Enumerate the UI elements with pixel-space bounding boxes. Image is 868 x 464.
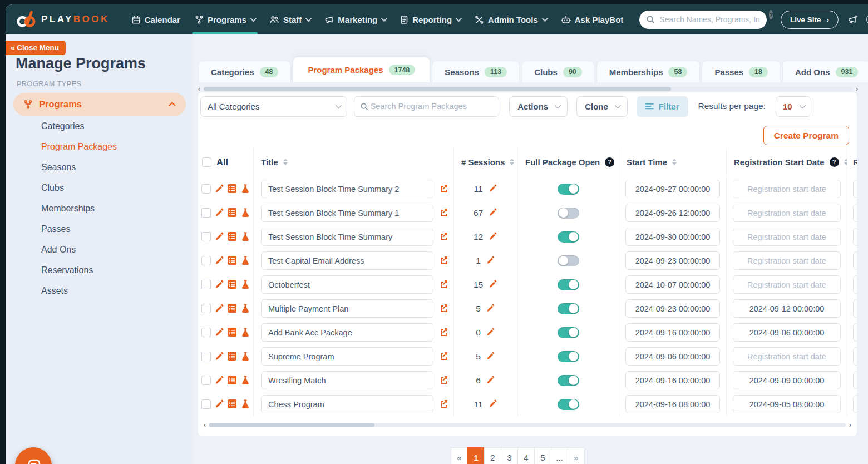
edit-pencil-icon[interactable] xyxy=(487,279,498,290)
sidebar-sub-item[interactable]: Passes xyxy=(6,220,194,239)
sidebar-item-programs[interactable]: Programs xyxy=(13,93,186,116)
page-button[interactable]: ... xyxy=(551,447,568,464)
edit-pencil-icon[interactable] xyxy=(487,208,498,218)
row-checkbox[interactable] xyxy=(201,352,211,361)
tab[interactable]: Seasons 113 xyxy=(432,61,520,82)
external-link-icon[interactable] xyxy=(438,375,449,386)
external-link-icon[interactable] xyxy=(438,208,449,218)
row-checkbox[interactable] xyxy=(201,280,211,289)
results-per-page-select[interactable]: 10 xyxy=(776,96,811,117)
flask-icon[interactable] xyxy=(240,255,251,266)
start-time-input[interactable]: 2024-10-07 00:00:00 xyxy=(625,275,720,294)
tab[interactable]: Memberships 58 xyxy=(596,61,701,82)
sidebar-sub-item[interactable]: Program Packages xyxy=(6,137,194,157)
registration-start-date-input[interactable]: 2024-09-09 00:00:00 xyxy=(733,371,841,389)
row-checkbox[interactable] xyxy=(201,328,211,337)
sidebar-sub-item[interactable]: Categories xyxy=(6,117,194,136)
filter-button[interactable]: Filter xyxy=(637,96,688,117)
registration-end-date-input[interactable]: R xyxy=(853,228,857,246)
category-filter-select[interactable]: All Categories xyxy=(200,96,347,117)
external-link-icon[interactable] xyxy=(438,255,449,266)
start-time-input[interactable]: 2024-09-27 00:00:00 xyxy=(625,180,720,198)
sidebar-sub-item[interactable]: Memberships xyxy=(6,199,194,219)
registration-start-date-input[interactable]: 2024-09-12 00:00:00 xyxy=(733,299,841,318)
live-site-button[interactable]: Live Site › xyxy=(781,11,839,29)
title-input[interactable]: Supreme Program xyxy=(261,347,433,366)
external-link-icon[interactable] xyxy=(438,231,449,242)
scroll-left-icon[interactable]: ‹ xyxy=(204,422,206,428)
sidebar-sub-item[interactable]: Clubs xyxy=(6,179,194,198)
registration-start-date-input[interactable]: Registration start date xyxy=(733,251,841,270)
details-list-icon[interactable] xyxy=(227,375,238,386)
start-time-input[interactable]: 2024-09-23 00:00:00 xyxy=(625,251,720,270)
start-time-input[interactable]: 2024-09-16 08:00:00 xyxy=(625,395,720,413)
registration-end-date-input[interactable]: R xyxy=(853,204,857,222)
clone-dropdown-button[interactable]: Clone xyxy=(576,96,628,117)
edit-pencil-icon[interactable] xyxy=(214,279,224,290)
sidebar-sub-item[interactable]: Assets xyxy=(6,282,194,301)
external-link-icon[interactable] xyxy=(438,351,449,362)
row-checkbox[interactable] xyxy=(201,256,211,265)
flask-icon[interactable] xyxy=(240,303,251,314)
title-input[interactable]: Test Session Block Time Summary xyxy=(261,228,433,246)
tab[interactable]: Program Packages 1748 xyxy=(293,57,430,82)
edit-pencil-icon[interactable] xyxy=(485,303,496,314)
edit-pencil-icon[interactable] xyxy=(214,208,224,218)
row-checkbox[interactable] xyxy=(201,208,211,218)
registration-start-date-input[interactable]: Registration start date xyxy=(733,275,841,294)
full-package-open-toggle[interactable] xyxy=(558,231,579,243)
scroll-right-icon[interactable]: › xyxy=(856,86,858,92)
external-link-icon[interactable] xyxy=(438,327,449,338)
row-checkbox[interactable] xyxy=(201,184,211,194)
title-input[interactable]: Test Session Block Time Summary 1 xyxy=(261,204,433,222)
registration-end-date-input[interactable]: R xyxy=(853,251,857,270)
external-link-icon[interactable] xyxy=(438,184,449,194)
details-list-icon[interactable] xyxy=(227,327,238,338)
row-checkbox[interactable] xyxy=(201,304,211,313)
edit-pencil-icon[interactable] xyxy=(485,327,496,338)
title-input[interactable]: Chess Program xyxy=(261,395,433,413)
registration-start-date-input[interactable]: Registration start date xyxy=(733,347,841,366)
title-input[interactable]: Test Session Block Time Summary 2 xyxy=(261,180,433,198)
nav-item-programs[interactable]: Programs xyxy=(188,4,262,34)
full-package-open-toggle[interactable] xyxy=(558,327,579,338)
details-list-icon[interactable] xyxy=(227,399,238,409)
nav-item-marketing[interactable]: Marketing xyxy=(317,4,393,34)
title-input[interactable]: Wrestling Match xyxy=(261,371,433,389)
playbook-logo[interactable]: PLAYBOOK xyxy=(16,4,110,34)
edit-pencil-icon[interactable] xyxy=(214,303,224,314)
announcements-button[interactable] xyxy=(846,13,860,26)
scroll-right-icon[interactable]: › xyxy=(849,422,851,428)
registration-end-date-input[interactable]: R xyxy=(853,275,857,294)
page-button[interactable]: « xyxy=(451,447,468,464)
edit-pencil-icon[interactable] xyxy=(487,184,498,194)
page-button[interactable]: 3 xyxy=(501,447,518,464)
edit-pencil-icon[interactable] xyxy=(214,399,224,409)
start-time-input[interactable]: 2024-09-06 00:00:00 xyxy=(625,347,720,366)
edit-pencil-icon[interactable] xyxy=(485,351,496,362)
edit-pencil-icon[interactable] xyxy=(487,231,498,242)
flask-icon[interactable] xyxy=(240,351,251,362)
registration-start-date-input[interactable]: Registration start date xyxy=(733,204,841,222)
start-time-input[interactable]: 2024-09-26 12:00:00 xyxy=(625,204,720,222)
nav-item-ask-playbot[interactable]: Ask PlayBot xyxy=(554,4,631,34)
close-menu-button[interactable]: « Close Menu xyxy=(6,41,66,55)
edit-pencil-icon[interactable] xyxy=(485,255,496,266)
page-button[interactable]: » xyxy=(568,447,585,464)
help-circle-icon[interactable]: ? xyxy=(605,157,614,167)
row-checkbox[interactable] xyxy=(201,399,211,409)
scrollbar-thumb[interactable] xyxy=(209,423,374,427)
details-list-icon[interactable] xyxy=(227,231,238,242)
flask-icon[interactable] xyxy=(240,375,251,386)
nav-item-staff[interactable]: Staff xyxy=(262,4,317,34)
registration-start-date-input[interactable]: 2024-09-05 08:00:00 xyxy=(733,395,841,413)
nav-item-admin-tools[interactable]: Admin Tools xyxy=(467,4,554,34)
actions-dropdown-button[interactable]: Actions xyxy=(509,96,568,117)
nav-item-reporting[interactable]: Reporting xyxy=(393,4,467,34)
package-search[interactable] xyxy=(354,96,499,117)
sort-icon[interactable] xyxy=(283,159,288,165)
sort-icon[interactable] xyxy=(672,159,677,165)
registration-start-date-input[interactable]: 2024-09-06 00:00:00 xyxy=(733,323,841,342)
select-all-checkbox[interactable] xyxy=(202,157,211,167)
registration-start-date-input[interactable]: Registration start date xyxy=(733,180,841,198)
